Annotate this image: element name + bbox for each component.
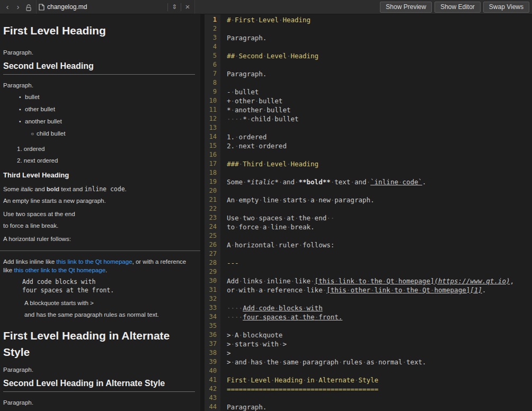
line-text: or·with·a·reference·like·[this·other·lin… [220,285,486,294]
editor-line: 23Use·two·spaces·at·the·end·· [205,213,532,222]
line-number: 19 [205,177,220,186]
show-editor-button[interactable]: Show Editor [435,2,481,13]
line-text: Paragraph. [220,33,267,42]
editor-line: 36>·A·blockquote [205,330,532,339]
editor-line: 12····*·child·bullet [205,114,532,123]
separator [181,3,181,11]
document-dropdown-icon[interactable]: ⇕ [170,2,179,12]
line-number: 40 [205,367,220,376]
editor-line: 39>·and·has·the·same·paragraph·rules·as·… [205,358,532,367]
preview-scrollbar[interactable] [200,14,205,411]
line-text: A·horizontal·ruler·follows: [220,240,334,249]
preview-paragraph: A horizontal ruler follows: [3,235,195,243]
line-text: Use·two·spaces·at·the·end·· [220,213,334,222]
editor-line: 44Paragraph. [205,403,532,411]
editor-line: 11*·another·bullet [205,105,532,114]
line-number: 32 [205,294,220,303]
line-number: 16 [205,150,220,159]
preview-paragraph: An empty line starts a new paragraph. [3,196,195,205]
bullet-item: •bullet [19,93,195,102]
line-number: 31 [205,285,220,294]
editor-line: 28--- [205,258,532,267]
qt-homepage-link[interactable]: this other link to the Qt homepage [14,267,105,273]
markdown-preview-pane: First Level HeadingParagraph.Second Leve… [0,14,200,411]
line-text: >·and·has·the·same·paragraph·rules·as·no… [220,358,426,367]
line-text [220,78,227,87]
line-number: 44 [205,403,220,411]
document-tab[interactable]: changelog.md ⇕ × [36,0,195,14]
line-number: 13 [205,123,220,132]
line-text: *·another·bullet [220,105,290,114]
view-actions: Show Preview Show Editor Swap Views [380,2,532,13]
line-text [220,294,227,303]
line-number: 20 [205,186,220,195]
editor-line: 40 [205,367,532,376]
show-preview-button[interactable]: Show Preview [380,2,432,13]
blockquote: A blockquote starts with >and has the sa… [24,299,195,319]
preview-heading-1: First Level Heading [3,23,195,39]
blockquote-paragraph: and has the same paragraph rules as norm… [24,310,195,319]
line-number: 34 [205,312,220,321]
line-text: to·force·a·line·break. [220,222,315,231]
swap-views-button[interactable]: Swap Views [483,2,529,13]
line-number: 35 [205,321,220,330]
editor-line: 17###·Third·Level·Heading [205,159,532,168]
line-number: 41 [205,376,220,385]
line-number: 9 [205,87,220,96]
editor-line: 19Some·*italic*·and·**bold**·text·and·`i… [205,177,532,186]
close-document-icon[interactable]: × [183,2,192,12]
preview-heading-2: Second Level Heading in Alternate Style [3,378,195,392]
back-icon[interactable]: ‹ [3,2,12,12]
editor-line: 30Add·links·inline·like·[this·link·to·th… [205,276,532,285]
line-number: 12 [205,114,220,123]
markdown-editor-pane[interactable]: 1#·First·Level·Heading23Paragraph.45##·S… [205,14,532,411]
editor-line: 29 [205,267,532,276]
line-number: 28 [205,258,220,267]
line-number: 1 [205,15,220,24]
code-block: Add code blocks withfour spaces at the f… [22,278,195,294]
line-number: 5 [205,51,220,60]
line-text [220,168,227,177]
line-number: 27 [205,249,220,258]
line-text: > [220,349,231,358]
editor-line: 9-·bullet [205,87,532,96]
qt-homepage-link[interactable]: this link to the Qt homepage [56,258,132,265]
editor-line: 37>·starts·with·> [205,339,532,349]
line-text: --- [220,258,239,267]
line-number: 30 [205,276,220,285]
line-number: 2 [205,24,220,33]
italic-text: italic [21,186,33,192]
preview-paragraph: Add links inline like this link to the Q… [3,257,195,274]
editor-line: 34····four·spaces·at·the·front. [205,312,532,321]
line-text: Add·links·inline·like·[this·link·to·the·… [220,276,514,285]
forward-icon[interactable]: › [13,2,23,12]
line-text: 2.·next·ordered [220,141,287,150]
line-number: 37 [205,339,220,349]
line-number: 33 [205,303,220,312]
horizontal-rule [0,251,200,251]
line-text: ##·Second·Level·Heading [220,51,318,60]
line-text [220,321,227,330]
preview-paragraph: Some italic and bold text and inline cod… [3,185,195,193]
line-text [220,249,227,258]
editor-line: 6 [205,60,532,69]
editor-line: 33····Add·code·blocks·with [205,303,532,312]
editor-line: 27 [205,249,532,258]
line-number: 43 [205,394,220,403]
unlock-icon[interactable] [24,2,33,12]
bullet-item: •another bullet [19,117,195,126]
editor-line: 10+·other·bullet [205,96,532,105]
preview-heading-2: Second Level Heading [3,61,195,75]
line-text [220,42,227,51]
split-view: First Level HeadingParagraph.Second Leve… [0,14,532,411]
line-text: +·other·bullet [220,96,282,105]
line-number: 39 [205,358,220,367]
editor-line: 2 [205,24,532,33]
editor-line: 7Paragraph. [205,69,532,78]
line-number: 14 [205,132,220,141]
editor-line: 16 [205,150,532,159]
editor-line: 5##·Second·Level·Heading [205,51,532,60]
editor-line: 8 [205,78,532,87]
line-text: Paragraph. [220,403,267,411]
line-text: 1.·ordered [220,132,267,141]
